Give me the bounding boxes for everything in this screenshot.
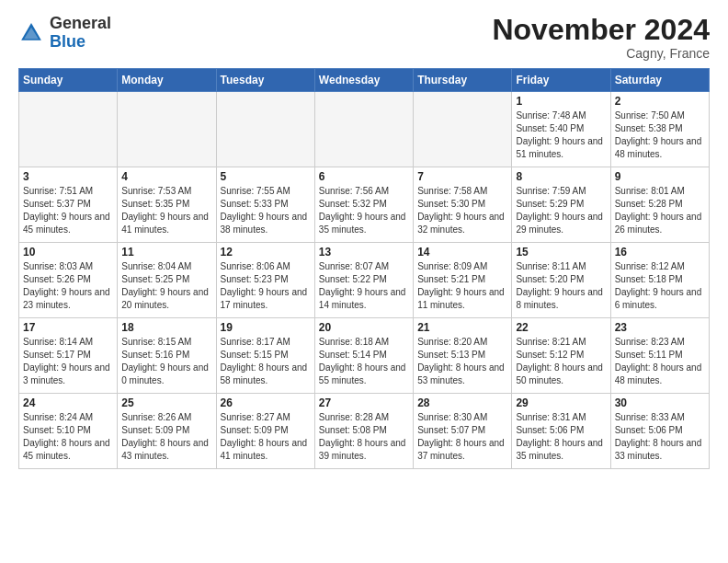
table-cell: 22Sunrise: 8:21 AMSunset: 5:12 PMDayligh… bbox=[512, 318, 610, 394]
table-cell: 21Sunrise: 8:20 AMSunset: 5:13 PMDayligh… bbox=[414, 318, 512, 394]
table-cell: 30Sunrise: 8:33 AMSunset: 5:06 PMDayligh… bbox=[610, 394, 709, 469]
col-thursday: Thursday bbox=[414, 69, 512, 92]
day-number: 22 bbox=[516, 321, 606, 334]
day-number: 10 bbox=[23, 246, 113, 259]
table-cell: 3Sunrise: 7:51 AMSunset: 5:37 PMDaylight… bbox=[19, 167, 118, 243]
day-info: Sunrise: 8:27 AMSunset: 5:09 PMDaylight:… bbox=[221, 411, 311, 463]
day-info: Sunrise: 8:23 AMSunset: 5:11 PMDaylight:… bbox=[615, 336, 705, 387]
table-cell: 27Sunrise: 8:28 AMSunset: 5:08 PMDayligh… bbox=[314, 394, 413, 469]
col-tuesday: Tuesday bbox=[216, 69, 314, 92]
week-row-3: 10Sunrise: 8:03 AMSunset: 5:26 PMDayligh… bbox=[19, 243, 710, 318]
day-number: 23 bbox=[615, 321, 705, 334]
location: Cagny, France bbox=[492, 46, 710, 61]
day-number: 16 bbox=[615, 246, 705, 259]
day-info: Sunrise: 8:09 AMSunset: 5:21 PMDaylight:… bbox=[417, 260, 507, 312]
day-number: 11 bbox=[121, 246, 211, 259]
day-info: Sunrise: 8:31 AMSunset: 5:06 PMDaylight:… bbox=[516, 411, 606, 463]
day-info: Sunrise: 8:03 AMSunset: 5:26 PMDaylight:… bbox=[23, 260, 113, 312]
table-cell: 26Sunrise: 8:27 AMSunset: 5:09 PMDayligh… bbox=[216, 394, 314, 469]
day-info: Sunrise: 8:01 AMSunset: 5:28 PMDaylight:… bbox=[615, 185, 705, 236]
table-cell: 1Sunrise: 7:48 AMSunset: 5:40 PMDaylight… bbox=[512, 92, 610, 167]
day-number: 19 bbox=[221, 321, 311, 334]
day-number: 13 bbox=[319, 246, 409, 259]
table-cell: 9Sunrise: 8:01 AMSunset: 5:28 PMDaylight… bbox=[610, 167, 709, 243]
title-block: November 2024 Cagny, France bbox=[492, 15, 710, 61]
day-info: Sunrise: 8:04 AMSunset: 5:25 PMDaylight:… bbox=[121, 260, 211, 312]
day-info: Sunrise: 8:26 AMSunset: 5:09 PMDaylight:… bbox=[121, 411, 211, 463]
month-title: November 2024 bbox=[492, 15, 710, 44]
day-number: 12 bbox=[221, 246, 311, 259]
table-cell: 23Sunrise: 8:23 AMSunset: 5:11 PMDayligh… bbox=[610, 318, 709, 394]
table-cell: 6Sunrise: 7:56 AMSunset: 5:32 PMDaylight… bbox=[314, 167, 413, 243]
day-info: Sunrise: 7:48 AMSunset: 5:40 PMDaylight:… bbox=[516, 109, 606, 161]
day-number: 18 bbox=[121, 321, 211, 334]
table-cell: 25Sunrise: 8:26 AMSunset: 5:09 PMDayligh… bbox=[118, 394, 216, 469]
table-cell: 12Sunrise: 8:06 AMSunset: 5:23 PMDayligh… bbox=[216, 243, 314, 318]
table-cell: 29Sunrise: 8:31 AMSunset: 5:06 PMDayligh… bbox=[512, 394, 610, 469]
table-cell: 28Sunrise: 8:30 AMSunset: 5:07 PMDayligh… bbox=[414, 394, 512, 469]
table-cell: 14Sunrise: 8:09 AMSunset: 5:21 PMDayligh… bbox=[414, 243, 512, 318]
day-number: 1 bbox=[516, 95, 606, 108]
day-info: Sunrise: 8:06 AMSunset: 5:23 PMDaylight:… bbox=[221, 260, 311, 312]
day-info: Sunrise: 8:18 AMSunset: 5:14 PMDaylight:… bbox=[319, 336, 409, 387]
day-number: 20 bbox=[319, 321, 409, 334]
day-info: Sunrise: 8:20 AMSunset: 5:13 PMDaylight:… bbox=[417, 336, 507, 387]
day-info: Sunrise: 8:07 AMSunset: 5:22 PMDaylight:… bbox=[319, 260, 409, 312]
day-number: 5 bbox=[221, 170, 311, 183]
day-number: 30 bbox=[615, 396, 705, 409]
table-cell: 24Sunrise: 8:24 AMSunset: 5:10 PMDayligh… bbox=[19, 394, 118, 469]
day-number: 3 bbox=[23, 170, 113, 183]
table-cell: 8Sunrise: 7:59 AMSunset: 5:29 PMDaylight… bbox=[512, 167, 610, 243]
day-info: Sunrise: 7:53 AMSunset: 5:35 PMDaylight:… bbox=[121, 185, 211, 236]
logo: General Blue bbox=[18, 15, 111, 52]
day-info: Sunrise: 8:21 AMSunset: 5:12 PMDaylight:… bbox=[516, 336, 606, 387]
table-cell bbox=[314, 92, 413, 167]
day-number: 21 bbox=[417, 321, 507, 334]
day-info: Sunrise: 7:59 AMSunset: 5:29 PMDaylight:… bbox=[516, 185, 606, 236]
table-cell: 2Sunrise: 7:50 AMSunset: 5:38 PMDaylight… bbox=[610, 92, 709, 167]
table-cell bbox=[118, 92, 216, 167]
table-cell: 7Sunrise: 7:58 AMSunset: 5:30 PMDaylight… bbox=[414, 167, 512, 243]
table-cell: 11Sunrise: 8:04 AMSunset: 5:25 PMDayligh… bbox=[118, 243, 216, 318]
day-info: Sunrise: 8:17 AMSunset: 5:15 PMDaylight:… bbox=[221, 336, 311, 387]
table-cell: 15Sunrise: 8:11 AMSunset: 5:20 PMDayligh… bbox=[512, 243, 610, 318]
day-info: Sunrise: 7:56 AMSunset: 5:32 PMDaylight:… bbox=[319, 185, 409, 236]
day-info: Sunrise: 7:51 AMSunset: 5:37 PMDaylight:… bbox=[23, 185, 113, 236]
day-info: Sunrise: 7:50 AMSunset: 5:38 PMDaylight:… bbox=[615, 109, 705, 161]
logo-icon bbox=[18, 20, 44, 46]
day-info: Sunrise: 7:55 AMSunset: 5:33 PMDaylight:… bbox=[221, 185, 311, 236]
day-info: Sunrise: 8:14 AMSunset: 5:17 PMDaylight:… bbox=[23, 336, 113, 387]
col-sunday: Sunday bbox=[19, 69, 118, 92]
day-info: Sunrise: 8:15 AMSunset: 5:16 PMDaylight:… bbox=[121, 336, 211, 387]
day-info: Sunrise: 8:28 AMSunset: 5:08 PMDaylight:… bbox=[319, 411, 409, 463]
col-monday: Monday bbox=[118, 69, 216, 92]
day-info: Sunrise: 8:30 AMSunset: 5:07 PMDaylight:… bbox=[417, 411, 507, 463]
day-number: 6 bbox=[319, 170, 409, 183]
day-info: Sunrise: 8:11 AMSunset: 5:20 PMDaylight:… bbox=[516, 260, 606, 312]
table-cell: 13Sunrise: 8:07 AMSunset: 5:22 PMDayligh… bbox=[314, 243, 413, 318]
day-info: Sunrise: 8:12 AMSunset: 5:18 PMDaylight:… bbox=[615, 260, 705, 312]
week-row-1: 1Sunrise: 7:48 AMSunset: 5:40 PMDaylight… bbox=[19, 92, 710, 167]
day-number: 7 bbox=[417, 170, 507, 183]
week-row-4: 17Sunrise: 8:14 AMSunset: 5:17 PMDayligh… bbox=[19, 318, 710, 394]
day-number: 15 bbox=[516, 246, 606, 259]
table-cell: 16Sunrise: 8:12 AMSunset: 5:18 PMDayligh… bbox=[610, 243, 709, 318]
table-cell: 5Sunrise: 7:55 AMSunset: 5:33 PMDaylight… bbox=[216, 167, 314, 243]
calendar: Sunday Monday Tuesday Wednesday Thursday… bbox=[18, 68, 710, 469]
day-number: 28 bbox=[417, 396, 507, 409]
col-friday: Friday bbox=[512, 69, 610, 92]
table-cell: 4Sunrise: 7:53 AMSunset: 5:35 PMDaylight… bbox=[118, 167, 216, 243]
table-cell: 19Sunrise: 8:17 AMSunset: 5:15 PMDayligh… bbox=[216, 318, 314, 394]
day-info: Sunrise: 7:58 AMSunset: 5:30 PMDaylight:… bbox=[417, 185, 507, 236]
table-cell: 18Sunrise: 8:15 AMSunset: 5:16 PMDayligh… bbox=[118, 318, 216, 394]
table-cell bbox=[19, 92, 118, 167]
day-number: 17 bbox=[23, 321, 113, 334]
day-number: 25 bbox=[121, 396, 211, 409]
day-number: 4 bbox=[121, 170, 211, 183]
day-info: Sunrise: 8:24 AMSunset: 5:10 PMDaylight:… bbox=[23, 411, 113, 463]
table-cell bbox=[414, 92, 512, 167]
day-number: 24 bbox=[23, 396, 113, 409]
col-wednesday: Wednesday bbox=[314, 69, 413, 92]
header: General Blue November 2024 Cagny, France bbox=[18, 15, 710, 61]
table-cell bbox=[216, 92, 314, 167]
